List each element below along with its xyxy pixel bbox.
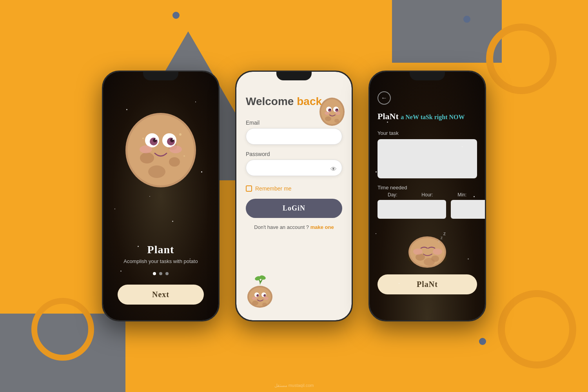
back-arrow-icon: ← [381,94,387,102]
svg-text:z: z [441,236,443,240]
phone-2-notch [276,72,312,80]
splash-potato [118,95,204,189]
min-label: Min: [447,192,477,198]
svg-point-44 [262,303,267,307]
welcome-plant-word: Welcome [246,95,294,107]
remember-checkbox[interactable] [246,185,252,192]
svg-point-13 [172,138,174,140]
watermark: مستقل mustaqil.com [274,383,314,388]
svg-point-28 [336,112,340,115]
time-needed-label: Time needed [377,185,477,191]
plant-new-task-title: PlaNt a NeW taSk right NOW [377,111,477,122]
splash-subtitle: Acomplish your tasks with potato [118,258,204,264]
hour-input[interactable] [451,200,485,219]
phones-container: Plant Acomplish your tasks with potato N… [0,0,588,392]
svg-point-41 [252,297,257,300]
svg-point-15 [169,145,182,153]
splash-app-title: Plant [118,243,204,256]
day-label: Day: [377,192,408,198]
remember-label: Remember me [255,185,292,192]
svg-text:z: z [443,231,446,236]
phone-2: Welcome back Email Password 👁 Remember m… [235,71,353,321]
svg-point-18 [183,155,185,157]
svg-point-40 [265,294,266,296]
svg-point-50 [424,258,435,266]
svg-point-51 [413,249,423,255]
svg-point-29 [325,116,331,121]
task-potato: z z z [404,227,451,270]
svg-point-42 [264,297,269,300]
svg-point-14 [140,145,152,153]
hour-label: Hour: [412,192,443,198]
svg-point-4 [148,165,165,178]
login-potato-top [316,95,348,127]
your-task-label: Your task [377,130,477,136]
svg-point-3 [169,157,180,167]
dot-2 [159,272,162,275]
svg-point-39 [258,294,259,296]
time-inputs-row [377,200,477,219]
svg-point-26 [336,109,338,110]
phone-3-screen: ← PlaNt a NeW taSk right NOW Your task T… [370,72,485,320]
svg-point-25 [329,109,331,110]
password-wrapper: 👁 [246,160,342,182]
svg-point-20 [321,99,343,124]
phone-1: Plant Acomplish your tasks with potato N… [102,71,220,321]
login-button[interactable]: LoGiN [246,199,342,218]
svg-text:z: z [438,240,440,243]
phone-1-screen: Plant Acomplish your tasks with potato N… [103,72,218,320]
dot-3 [165,272,169,275]
no-account-label: Don't have an account ? [254,224,309,230]
svg-point-16 [179,133,181,136]
email-input[interactable] [246,128,342,145]
task-textarea[interactable] [377,139,477,178]
new-task-text: a NeW taSk right NOW [401,114,465,120]
dots-indicator [118,272,204,275]
svg-point-17 [142,138,144,139]
dot-1 [153,272,156,275]
make-one-link[interactable]: make one [310,224,334,230]
day-input[interactable] [377,200,446,219]
phone-2-screen: Welcome back Email Password 👁 Remember m… [236,72,352,320]
password-input[interactable] [246,160,342,176]
phone1-content: Plant Acomplish your tasks with potato N… [118,243,204,305]
svg-point-27 [325,112,329,115]
svg-point-43 [252,301,258,305]
next-button[interactable]: Next [118,285,204,305]
remember-row: Remember me [246,185,342,192]
svg-point-30 [334,119,339,123]
plant-word: PlaNt [377,111,399,121]
login-potato-bottom [244,273,276,309]
svg-point-12 [155,138,157,140]
no-account-text: Don't have an account ? make one [246,224,342,230]
phone-3-notch [410,72,445,80]
back-button[interactable]: ← [377,91,391,105]
password-label: Password [246,151,342,157]
eye-icon[interactable]: 👁 [330,166,337,173]
svg-point-32 [259,275,266,281]
plant-button[interactable]: PlaNt [377,274,477,294]
phone-3: ← PlaNt a NeW taSk right NOW Your task T… [368,71,486,321]
phone-1-notch [143,72,178,80]
svg-point-52 [433,249,442,255]
time-unit-labels: Day: Hour: Min: [377,192,477,198]
svg-point-2 [140,152,154,163]
